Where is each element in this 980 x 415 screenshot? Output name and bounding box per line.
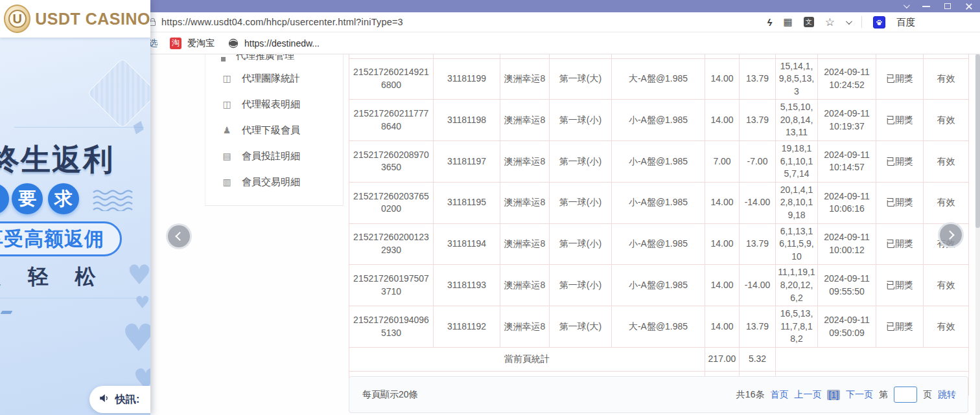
sidebar-menu: ◫ 代理團隊統計 ◫ 代理報表明細 ♟ 代理下級會員 ▤ 會員投註明細 [205, 65, 343, 195]
browser-titlebar [146, 0, 980, 12]
jump-page-input[interactable] [894, 387, 917, 403]
cell-bet-content: 小-A盤@1.985 [612, 265, 705, 306]
promo-badge: 求 [48, 183, 79, 214]
cell-period: 31181197 [434, 141, 500, 183]
bets-table: 2152172602149216800 31181199 澳洲幸运8 第一球(大… [349, 54, 969, 396]
promo-badge: 要 [12, 183, 43, 214]
table-row[interactable]: 2152172602149216800 31181199 澳洲幸运8 第一球(大… [349, 58, 969, 100]
promo-pill-text: 享受高额返佣 [0, 226, 104, 252]
cell-order-number: 2152172602089703650 [349, 141, 434, 183]
cell-order-number: 2152172602001232930 [349, 223, 434, 265]
carousel-prev-button[interactable] [166, 223, 192, 249]
heart-decoration: ♥ [127, 259, 150, 291]
cell-bet-content: 小-A盤@1.985 [612, 100, 705, 141]
cell-time: 2024-09-11 10:00:12 [818, 223, 876, 265]
bookmark-destined[interactable]: https://destinedw... [244, 38, 320, 49]
globe-icon[interactable] [228, 38, 239, 49]
promo-popup-window: ♥ ♥ ♥ ♥ ♦ 终生返利 要 求 享受高额返佣 超 轻 松 [0, 0, 150, 415]
heart-decoration: ♥ [122, 316, 150, 360]
table-row[interactable]: 2152172602089703650 31181197 澳洲幸运8 第一球(小… [349, 141, 969, 183]
taobao-icon[interactable]: 淘 [170, 38, 181, 49]
cell-win-loss: 13.79 [740, 223, 776, 265]
cell-time: 2024-09-11 10:14:57 [818, 141, 876, 183]
cell-bet-content: 小-A盤@1.985 [612, 141, 705, 183]
cell-order-number: 2152172601975073710 [349, 265, 434, 306]
cell-game-name: 澳洲幸运8 [500, 100, 550, 141]
close-icon[interactable] [965, 3, 972, 10]
cell-bet-type: 第一球(小) [550, 141, 612, 183]
next-page-link[interactable]: 下一页 [846, 389, 873, 401]
promo-headline: 终生返利 [0, 140, 114, 180]
menu-item-icon: ♟ [221, 125, 233, 135]
chevron-down-icon[interactable] [904, 2, 910, 8]
divider [14, 127, 144, 128]
cell-win-loss: -14.00 [740, 265, 776, 306]
table-row[interactable]: 2152172602001232930 31181194 澳洲幸运8 第一球(小… [349, 223, 969, 265]
cell-game-name: 澳洲幸运8 [500, 141, 550, 183]
cell-order-number: 2152172601940965130 [349, 306, 434, 348]
cell-bet-content: 小-A盤@1.985 [612, 182, 705, 223]
jump-suffix-label: 页 [923, 389, 932, 401]
sidebar-item[interactable]: ▤ 會員投註明細 [205, 143, 343, 169]
cell-draw-result: 20,1,4,12,8,10,19,18 [776, 182, 818, 223]
chevron-right-icon [946, 230, 955, 240]
cell-draw-status: 已開獎 [876, 265, 924, 306]
lightning-icon[interactable]: ϟ [767, 17, 773, 28]
page-stats-row: 當前頁統計 217.00 5.32 [349, 347, 969, 371]
scrollbar-thumb[interactable] [975, 54, 980, 228]
baidu-label[interactable]: 百度 [896, 16, 915, 28]
cell-draw-status: 已開獎 [876, 141, 924, 183]
apps-grid-icon[interactable]: ▦ [784, 16, 793, 28]
cell-draw-status: 已開獎 [876, 182, 924, 223]
cell-win-loss: 13.79 [740, 58, 776, 100]
promo-tagline: 超 轻 松 [0, 263, 106, 291]
cell-bet-type: 第一球(小) [550, 223, 612, 265]
cell-amount: 14.00 [705, 265, 740, 306]
cell-validity: 有效 [924, 141, 969, 183]
sidebar-item[interactable]: ▥ 會員交易明細 [205, 169, 343, 195]
cell-amount: 14.00 [705, 182, 740, 223]
baidu-paw-icon[interactable] [873, 16, 885, 28]
cell-bet-type: 第一球(大) [550, 306, 612, 348]
table-row[interactable]: 2152172601940965130 31181192 澳洲幸运8 第一球(大… [349, 306, 969, 348]
minimize-icon[interactable] [922, 6, 930, 7]
cell-time: 2024-09-11 10:24:52 [818, 58, 876, 100]
jump-button[interactable]: 跳转 [938, 389, 956, 401]
sidebar-item[interactable]: ◫ 代理報表明細 [205, 91, 343, 117]
prev-page-link[interactable]: 上一页 [794, 389, 821, 401]
translate-icon[interactable]: 文 [804, 17, 814, 27]
stats-amount: 217.00 [705, 347, 740, 371]
cell-time: 2024-09-11 10:19:37 [818, 100, 876, 141]
maximize-icon[interactable] [944, 3, 951, 9]
sidebar-item-partial[interactable]: 代理推廣管理 [205, 54, 343, 65]
cell-period: 31181199 [434, 58, 500, 100]
cell-validity: 有效 [924, 265, 969, 306]
pager: 共16条 首页 上一页 [1] 下一页 第 页 跳转 [736, 387, 956, 403]
sidebar-item[interactable]: ◫ 代理團隊統計 [205, 65, 343, 91]
waves-decoration [92, 189, 137, 214]
news-ticker[interactable]: 快訊: [89, 386, 150, 413]
cell-bet-content: 大-A盤@1.985 [612, 306, 705, 348]
tick-decoration [1, 311, 13, 314]
address-bar[interactable]: https://www.usdt04.com/hhcp/usercenter.h… [161, 17, 403, 27]
cell-bet-type: 第一球(小) [550, 265, 612, 306]
sidebar-item[interactable]: ♟ 代理下級會員 [205, 117, 343, 143]
cell-bet-type: 第一球(小) [550, 100, 612, 141]
table-row[interactable]: 2152172602037650200 31181195 澳洲幸运8 第一球(小… [349, 182, 969, 223]
cell-period: 31181192 [434, 306, 500, 348]
bookmark-star-icon[interactable]: ☆ [825, 16, 835, 29]
cell-validity: 有效 [924, 306, 969, 348]
divider [861, 16, 862, 28]
table-row[interactable]: 2152172601975073710 31181193 澳洲幸运8 第一球(小… [349, 265, 969, 306]
stats-empty [776, 347, 969, 371]
carousel-next-button[interactable] [938, 222, 964, 248]
cell-win-loss: -7.00 [740, 141, 776, 183]
promo-badge-clipped [0, 183, 9, 214]
chevron-down-icon[interactable] [846, 18, 852, 25]
cell-period: 31181195 [434, 182, 500, 223]
cell-draw-status: 已開獎 [876, 100, 924, 141]
cell-order-number: 2152172602037650200 [349, 182, 434, 223]
first-page-link[interactable]: 首页 [770, 389, 788, 401]
table-row[interactable]: 2152172602117778640 31181198 澳洲幸运8 第一球(小… [349, 100, 969, 141]
bookmark-taobao[interactable]: 爱淘宝 [187, 38, 215, 49]
